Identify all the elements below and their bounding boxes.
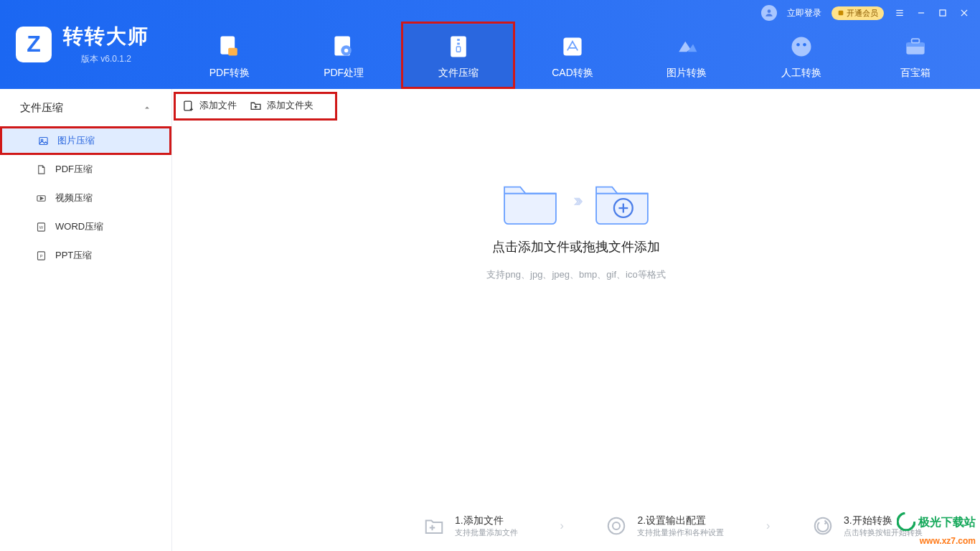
file-compress-icon — [446, 34, 471, 60]
add-file-button[interactable]: 添加文件 — [182, 99, 237, 112]
nav-label: CAD转换 — [552, 67, 593, 80]
step-title: 2.设置输出配置 — [637, 514, 724, 527]
add-folder-icon — [250, 100, 262, 112]
titlebar: 立即登录 开通会员 — [0, 0, 980, 22]
svg-text:P: P — [40, 254, 43, 258]
step-2: 2.设置输出配置 支持批量操作和各种设置 — [606, 514, 724, 538]
video-icon — [36, 193, 47, 204]
cad-convert-icon — [560, 34, 585, 60]
image-convert-icon — [674, 34, 699, 60]
pdf-icon — [36, 164, 47, 175]
nav-label: 百宝箱 — [900, 67, 930, 80]
svg-point-21 — [803, 43, 806, 47]
app-name: 转转大师 — [63, 23, 149, 50]
watermark-url: www.xz7.com — [920, 536, 976, 546]
nav-label: 图片转换 — [666, 67, 707, 80]
step-sub: 支持批量操作和各种设置 — [637, 527, 724, 538]
logo-icon: Z — [16, 27, 52, 62]
chevron-right-icon: › — [766, 519, 770, 532]
manual-convert-icon — [788, 34, 814, 60]
image-icon — [38, 136, 49, 146]
add-folder-button[interactable]: 添加文件夹 — [250, 99, 314, 112]
svg-point-19 — [791, 37, 811, 57]
chevron-right-icon: › — [560, 519, 564, 532]
nav-manual-convert[interactable]: 人工转换 — [744, 24, 858, 89]
nav-image-convert[interactable]: 图片转换 — [630, 24, 744, 89]
pdf-process-icon — [331, 34, 357, 60]
svg-rect-15 — [457, 39, 460, 41]
drop-subtitle: 支持png、jpg、jpeg、bmp、gif、ico等格式 — [486, 268, 665, 281]
nav-cad-convert[interactable]: CAD转换 — [515, 24, 629, 89]
main-nav: PDF转换 PDF处理 文件压缩 CAD转换 图片转换 — [172, 24, 973, 89]
body: 文件压缩 图片压缩 PDF压缩 视频压缩 W WORD压缩 P PPT压缩 添 — [0, 89, 980, 551]
steps-bar: 1.添加文件 支持批量添加文件 › 2.设置输出配置 支持批量操作和各种设置 ›… — [387, 505, 958, 547]
svg-rect-16 — [457, 43, 460, 45]
menu-icon[interactable] — [894, 7, 905, 19]
watermark: 极光下载站 www.xz7.com — [897, 512, 976, 547]
nav-label: PDF转换 — [209, 67, 250, 80]
vip-label: 开通会员 — [847, 8, 878, 19]
sidebar-item-word-compress[interactable]: W WORD压缩 — [0, 212, 171, 241]
sidebar-title: 文件压缩 — [20, 101, 63, 115]
sidebar-item-label: WORD压缩 — [55, 220, 103, 233]
close-icon[interactable] — [958, 7, 970, 19]
main-panel: 添加文件 添加文件夹 ››› 点击添加文件或拖拽文件添加 支持png、jpg、j… — [172, 89, 980, 551]
sidebar-item-ppt-compress[interactable]: P PPT压缩 — [0, 241, 171, 270]
chevron-up-icon — [143, 103, 151, 112]
vip-badge[interactable]: 开通会员 — [831, 6, 884, 20]
toolbar: 添加文件 添加文件夹 — [172, 89, 980, 122]
maximize-icon[interactable] — [937, 7, 948, 19]
svg-rect-25 — [39, 137, 47, 144]
step-sub: 支持批量添加文件 — [455, 527, 518, 538]
svg-point-43 — [613, 522, 620, 529]
step-add-icon — [423, 515, 445, 537]
svg-point-42 — [608, 518, 625, 534]
svg-rect-6 — [940, 10, 946, 16]
minimize-icon[interactable] — [915, 7, 927, 19]
sidebar-item-image-compress[interactable]: 图片压缩 — [0, 126, 171, 155]
svg-rect-1 — [839, 11, 844, 16]
sidebar-item-label: 图片压缩 — [57, 134, 95, 147]
folder-add-icon — [592, 175, 652, 225]
svg-point-45 — [897, 513, 915, 530]
svg-point-20 — [796, 43, 800, 47]
sidebar: 文件压缩 图片压缩 PDF压缩 视频压缩 W WORD压缩 P PPT压缩 — [0, 89, 172, 551]
step-1: 1.添加文件 支持批量添加文件 — [423, 514, 518, 538]
sidebar-item-label: PPT压缩 — [55, 249, 92, 262]
svg-point-13 — [344, 49, 348, 52]
pdf-convert-icon — [217, 34, 242, 60]
add-file-icon — [182, 100, 194, 112]
drop-graphic: ››› — [500, 175, 652, 225]
nav-pdf-convert[interactable]: PDF转换 — [172, 24, 286, 89]
toolbox-icon — [903, 34, 928, 60]
drop-area[interactable]: ››› 点击添加文件或拖拽文件添加 支持png、jpg、jpeg、bmp、gif… — [172, 175, 980, 281]
nav-file-compress[interactable]: 文件压缩 — [401, 24, 515, 89]
nav-toolbox[interactable]: 百宝箱 — [859, 24, 973, 89]
svg-text:W: W — [39, 225, 44, 230]
watermark-icon — [897, 512, 915, 531]
step-settings-icon — [606, 515, 627, 537]
step-title: 1.添加文件 — [455, 514, 518, 527]
nav-label: 人工转换 — [781, 67, 821, 80]
sidebar-item-video-compress[interactable]: 视频压缩 — [0, 184, 171, 212]
word-icon: W — [36, 222, 47, 232]
logo-area: Z 转转大师 版本 v6.0.1.2 — [16, 23, 149, 65]
add-folder-label: 添加文件夹 — [267, 99, 314, 112]
drop-title: 点击添加文件或拖拽文件添加 — [492, 238, 660, 255]
svg-rect-24 — [912, 39, 920, 42]
watermark-text: 极光下载站 — [918, 516, 976, 528]
sidebar-item-pdf-compress[interactable]: PDF压缩 — [0, 155, 171, 184]
folder-icon — [500, 175, 560, 225]
ppt-icon: P — [36, 250, 47, 261]
arrows-icon: ››› — [573, 189, 579, 212]
nav-label: 文件压缩 — [438, 67, 479, 80]
sidebar-header[interactable]: 文件压缩 — [0, 89, 171, 126]
login-link[interactable]: 立即登录 — [787, 7, 821, 19]
svg-rect-10 — [228, 48, 237, 56]
app-header: 立即登录 开通会员 Z 转转大师 版本 v6.0.1.2 — [0, 0, 980, 89]
add-file-label: 添加文件 — [199, 99, 237, 112]
nav-pdf-process[interactable]: PDF处理 — [286, 24, 400, 89]
avatar-icon[interactable] — [761, 5, 777, 21]
svg-point-0 — [768, 9, 771, 13]
step-start-icon — [812, 515, 834, 537]
